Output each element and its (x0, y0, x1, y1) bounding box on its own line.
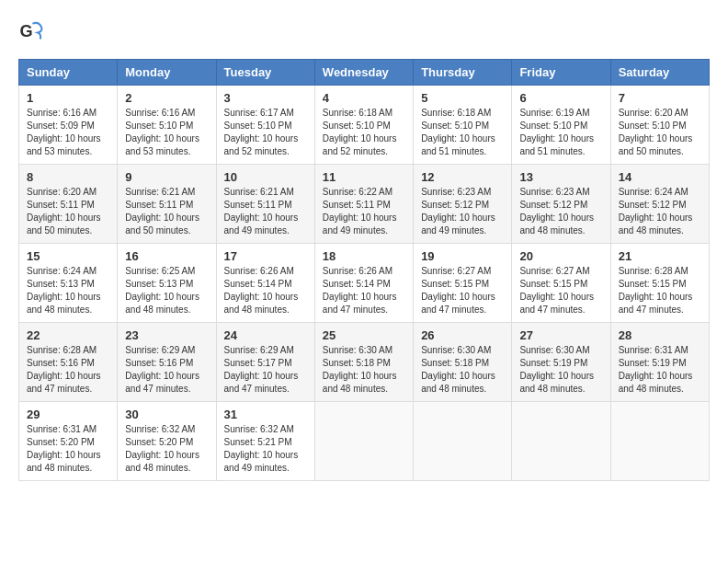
day-number: 17 (224, 249, 307, 263)
day-info: Sunrise: 6:28 AMSunset: 5:16 PMDaylight:… (27, 344, 109, 396)
weekday-header-tuesday: Tuesday (216, 60, 314, 86)
weekday-header-wednesday: Wednesday (314, 60, 413, 86)
calendar-cell: 19Sunrise: 6:27 AMSunset: 5:15 PMDayligh… (414, 244, 512, 323)
calendar-cell: 14Sunrise: 6:24 AMSunset: 5:12 PMDayligh… (610, 165, 709, 244)
svg-text:G: G (19, 22, 32, 40)
day-number: 13 (519, 170, 602, 184)
calendar-cell (512, 402, 610, 481)
day-number: 12 (421, 170, 504, 184)
logo-icon: G (18, 18, 44, 44)
weekday-header-row: SundayMondayTuesdayWednesdayThursdayFrid… (19, 60, 710, 86)
day-number: 18 (323, 249, 405, 263)
day-number: 23 (125, 328, 208, 342)
calendar-cell: 10Sunrise: 6:21 AMSunset: 5:11 PMDayligh… (216, 165, 314, 244)
weekday-header-monday: Monday (118, 60, 216, 86)
day-info: Sunrise: 6:25 AMSunset: 5:13 PMDaylight:… (125, 265, 208, 316)
day-number: 10 (224, 170, 307, 184)
calendar-cell: 16Sunrise: 6:25 AMSunset: 5:13 PMDayligh… (118, 244, 216, 323)
calendar-cell: 25Sunrise: 6:30 AMSunset: 5:18 PMDayligh… (314, 323, 413, 402)
day-number: 29 (27, 408, 109, 421)
day-number: 24 (224, 328, 307, 342)
calendar-cell: 12Sunrise: 6:23 AMSunset: 5:12 PMDayligh… (414, 165, 512, 244)
day-info: Sunrise: 6:26 AMSunset: 5:14 PMDaylight:… (224, 265, 307, 316)
week-row-2: 8Sunrise: 6:20 AMSunset: 5:11 PMDaylight… (19, 165, 710, 244)
calendar-cell: 29Sunrise: 6:31 AMSunset: 5:20 PMDayligh… (19, 402, 118, 481)
day-info: Sunrise: 6:32 AMSunset: 5:21 PMDaylight:… (224, 423, 307, 475)
calendar-cell: 11Sunrise: 6:22 AMSunset: 5:11 PMDayligh… (314, 165, 413, 244)
day-info: Sunrise: 6:21 AMSunset: 5:11 PMDaylight:… (224, 186, 307, 237)
calendar-cell (610, 402, 709, 481)
calendar-cell: 26Sunrise: 6:30 AMSunset: 5:18 PMDayligh… (414, 323, 512, 402)
calendar-cell: 3Sunrise: 6:17 AMSunset: 5:10 PMDaylight… (216, 86, 314, 165)
day-info: Sunrise: 6:29 AMSunset: 5:17 PMDaylight:… (224, 344, 307, 396)
day-number: 14 (619, 170, 701, 184)
calendar-cell: 18Sunrise: 6:26 AMSunset: 5:14 PMDayligh… (314, 244, 413, 323)
day-number: 8 (27, 170, 109, 184)
day-number: 16 (125, 249, 208, 263)
calendar-cell: 1Sunrise: 6:16 AMSunset: 5:09 PMDaylight… (19, 86, 118, 165)
calendar-cell: 9Sunrise: 6:21 AMSunset: 5:11 PMDaylight… (118, 165, 216, 244)
week-row-4: 22Sunrise: 6:28 AMSunset: 5:16 PMDayligh… (19, 323, 710, 402)
calendar-table: SundayMondayTuesdayWednesdayThursdayFrid… (18, 59, 710, 481)
day-number: 9 (125, 170, 208, 184)
day-info: Sunrise: 6:27 AMSunset: 5:15 PMDaylight:… (421, 265, 504, 316)
calendar-cell: 15Sunrise: 6:24 AMSunset: 5:13 PMDayligh… (19, 244, 118, 323)
day-info: Sunrise: 6:23 AMSunset: 5:12 PMDaylight:… (519, 186, 602, 237)
calendar-cell: 8Sunrise: 6:20 AMSunset: 5:11 PMDaylight… (19, 165, 118, 244)
calendar-cell: 2Sunrise: 6:16 AMSunset: 5:10 PMDaylight… (118, 86, 216, 165)
day-number: 27 (519, 328, 602, 342)
calendar-cell: 22Sunrise: 6:28 AMSunset: 5:16 PMDayligh… (19, 323, 118, 402)
day-info: Sunrise: 6:31 AMSunset: 5:19 PMDaylight:… (619, 344, 701, 396)
day-number: 15 (27, 249, 109, 263)
day-info: Sunrise: 6:32 AMSunset: 5:20 PMDaylight:… (125, 423, 208, 475)
calendar-cell: 31Sunrise: 6:32 AMSunset: 5:21 PMDayligh… (216, 402, 314, 481)
day-info: Sunrise: 6:24 AMSunset: 5:12 PMDaylight:… (619, 186, 701, 237)
day-number: 6 (519, 91, 602, 105)
calendar-cell: 4Sunrise: 6:18 AMSunset: 5:10 PMDaylight… (314, 86, 413, 165)
day-number: 7 (619, 91, 701, 105)
day-info: Sunrise: 6:19 AMSunset: 5:10 PMDaylight:… (519, 107, 602, 158)
calendar-cell: 17Sunrise: 6:26 AMSunset: 5:14 PMDayligh… (216, 244, 314, 323)
day-info: Sunrise: 6:17 AMSunset: 5:10 PMDaylight:… (224, 107, 307, 158)
day-number: 1 (27, 91, 109, 105)
day-number: 11 (323, 170, 405, 184)
day-info: Sunrise: 6:21 AMSunset: 5:11 PMDaylight:… (125, 186, 208, 237)
calendar-cell: 5Sunrise: 6:18 AMSunset: 5:10 PMDaylight… (414, 86, 512, 165)
day-info: Sunrise: 6:26 AMSunset: 5:14 PMDaylight:… (323, 265, 405, 316)
day-info: Sunrise: 6:22 AMSunset: 5:11 PMDaylight:… (323, 186, 405, 237)
weekday-header-sunday: Sunday (19, 60, 118, 86)
week-row-1: 1Sunrise: 6:16 AMSunset: 5:09 PMDaylight… (19, 86, 710, 165)
day-number: 20 (519, 249, 602, 263)
day-info: Sunrise: 6:30 AMSunset: 5:18 PMDaylight:… (323, 344, 405, 396)
day-info: Sunrise: 6:30 AMSunset: 5:19 PMDaylight:… (519, 344, 602, 396)
weekday-header-thursday: Thursday (414, 60, 512, 86)
day-info: Sunrise: 6:20 AMSunset: 5:11 PMDaylight:… (27, 186, 109, 237)
calendar-cell: 20Sunrise: 6:27 AMSunset: 5:15 PMDayligh… (512, 244, 610, 323)
day-info: Sunrise: 6:29 AMSunset: 5:16 PMDaylight:… (125, 344, 208, 396)
day-number: 22 (27, 328, 109, 342)
day-info: Sunrise: 6:18 AMSunset: 5:10 PMDaylight:… (323, 107, 405, 158)
day-number: 30 (125, 408, 208, 421)
day-number: 3 (224, 91, 307, 105)
logo: G (18, 18, 48, 44)
weekday-header-friday: Friday (512, 60, 610, 86)
day-info: Sunrise: 6:24 AMSunset: 5:13 PMDaylight:… (27, 265, 109, 316)
day-number: 21 (619, 249, 701, 263)
day-number: 26 (421, 328, 504, 342)
day-info: Sunrise: 6:31 AMSunset: 5:20 PMDaylight:… (27, 423, 109, 475)
day-info: Sunrise: 6:20 AMSunset: 5:10 PMDaylight:… (619, 107, 701, 158)
weekday-header-saturday: Saturday (610, 60, 709, 86)
day-number: 25 (323, 328, 405, 342)
day-number: 4 (323, 91, 405, 105)
day-number: 5 (421, 91, 504, 105)
calendar-cell: 23Sunrise: 6:29 AMSunset: 5:16 PMDayligh… (118, 323, 216, 402)
day-info: Sunrise: 6:28 AMSunset: 5:15 PMDaylight:… (619, 265, 701, 316)
calendar-cell: 7Sunrise: 6:20 AMSunset: 5:10 PMDaylight… (610, 86, 709, 165)
day-number: 19 (421, 249, 504, 263)
day-number: 28 (619, 328, 701, 342)
day-info: Sunrise: 6:16 AMSunset: 5:09 PMDaylight:… (27, 107, 109, 158)
calendar-cell (414, 402, 512, 481)
calendar-cell: 13Sunrise: 6:23 AMSunset: 5:12 PMDayligh… (512, 165, 610, 244)
calendar-cell: 28Sunrise: 6:31 AMSunset: 5:19 PMDayligh… (610, 323, 709, 402)
day-info: Sunrise: 6:18 AMSunset: 5:10 PMDaylight:… (421, 107, 504, 158)
